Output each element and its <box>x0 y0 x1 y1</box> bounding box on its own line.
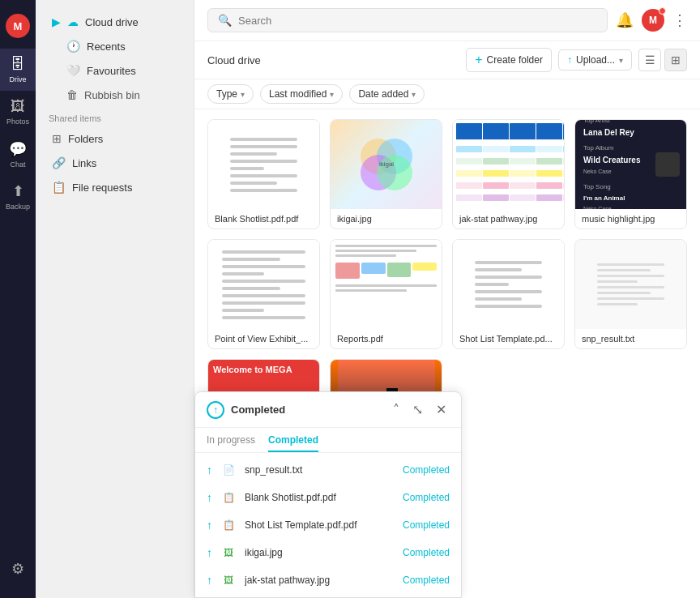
folders-icon: ⊞ <box>52 132 62 145</box>
upload-list-item: ↑ 🖼 ikigai.jpg Completed <box>195 539 461 566</box>
chevron-down-icon: ▾ <box>241 90 245 99</box>
upload-arrow-icon: ↑ <box>207 546 212 559</box>
list-item[interactable]: Shot List Template.pd... <box>452 239 565 349</box>
filter-date-label: Date added <box>358 88 408 100</box>
sidebar-item-rubbish-bin[interactable]: 🗑 Rubbish bin <box>39 83 190 107</box>
upload-status: Completed <box>403 464 450 476</box>
upload-circle-icon: ↑ <box>207 401 224 419</box>
drive-icon: 🗄 <box>11 56 25 73</box>
toolbar: Cloud drive + Create folder ↑ Upload... … <box>194 41 700 79</box>
sidebar: ▶ ☁ Cloud drive 🕐 Recents 🤍 Favourites 🗑… <box>36 0 194 598</box>
upload-label: Upload... <box>576 54 615 66</box>
upload-file-name: jak-stat pathway.jpg <box>245 575 395 586</box>
sidebar-item-backup[interactable]: ⬆ Backup <box>0 175 36 217</box>
list-item[interactable]: ikigai ikigai.jpg <box>330 119 442 229</box>
cloud-drive-label: Cloud drive <box>85 16 139 28</box>
sidebar-item-drive[interactable]: 🗄 Drive <box>0 49 36 91</box>
more-options-icon[interactable]: ⋮ <box>672 11 687 29</box>
list-item[interactable]: Point of View Exhibit_... <box>207 239 320 349</box>
upload-button[interactable]: ↑ Upload... ▾ <box>558 49 632 70</box>
chat-label: Chat <box>10 160 25 169</box>
file-icon-txt: 📄 <box>220 462 237 478</box>
toolbar-right: + Create folder ↑ Upload... ▾ ☰ ⊞ <box>466 48 687 72</box>
backup-label: Backup <box>6 203 30 211</box>
list-view-button[interactable]: ☰ <box>638 49 661 71</box>
file-name: jak-stat pathway.jpg <box>453 209 564 229</box>
chat-icon: 💬 <box>9 140 27 158</box>
list-item[interactable]: Top Artist Lana Del Rey Top Album Wild C… <box>574 119 687 229</box>
create-folder-button[interactable]: + Create folder <box>466 48 552 72</box>
sidebar-item-file-requests[interactable]: 📋 File requests <box>39 175 190 199</box>
sidebar-item-favourites[interactable]: 🤍 Favourites <box>39 58 190 83</box>
links-label: Links <box>72 157 96 169</box>
list-item[interactable]: Blank Shotlist.pdf.pdf <box>207 119 320 229</box>
upload-tabs: In progress Completed <box>195 428 461 453</box>
recents-icon: 🕐 <box>66 40 80 53</box>
search-input[interactable] <box>238 15 597 27</box>
sidebar-item-photos[interactable]: 🖼 Photos <box>0 91 36 133</box>
grid-view-button[interactable]: ⊞ <box>664 49 687 71</box>
bell-icon[interactable]: 🔔 <box>616 11 634 29</box>
expand-button[interactable]: ⤡ <box>409 400 426 419</box>
chevron-down-icon-3: ▾ <box>412 90 416 99</box>
upload-file-name: Shot List Template.pdf.pdf <box>245 519 395 531</box>
header-user-avatar[interactable]: M <box>642 9 664 32</box>
settings-button[interactable]: ⚙ <box>0 548 36 590</box>
folders-label: Folders <box>68 133 103 145</box>
file-name: snp_result.txt <box>575 329 686 348</box>
links-icon: 🔗 <box>52 156 66 169</box>
sidebar-item-chat[interactable]: 💬 Chat <box>0 133 36 175</box>
photos-label: Photos <box>6 117 29 126</box>
chevron-down-icon-2: ▾ <box>330 90 334 99</box>
chevron-right-icon: ▶ <box>52 15 61 28</box>
breadcrumb: Cloud drive <box>207 54 261 66</box>
tab-completed[interactable]: Completed <box>268 434 318 452</box>
list-item[interactable]: snp_result.txt <box>574 239 687 349</box>
upload-arrow-icon: ↑ <box>207 519 212 532</box>
file-name: Shot List Template.pd... <box>453 329 564 348</box>
filter-modified-button[interactable]: Last modified ▾ <box>260 84 343 104</box>
list-item[interactable]: Reports.pdf <box>330 239 442 349</box>
file-requests-icon: 📋 <box>52 181 66 194</box>
file-icon-pdf: 📋 <box>220 489 237 506</box>
file-icon-img: 🖼 <box>220 572 237 588</box>
upload-file-name: ikigai.jpg <box>245 547 395 558</box>
header-icons: 🔔 M ⋮ <box>616 9 687 32</box>
plus-icon: + <box>475 53 482 67</box>
sidebar-item-cloud-drive[interactable]: ▶ ☁ Cloud drive <box>39 10 190 34</box>
create-folder-label: Create folder <box>487 54 543 66</box>
upload-status: Completed <box>403 519 450 531</box>
trash-icon: 🗑 <box>66 88 78 101</box>
upload-panel: ↑ Completed ˄ ⤡ ✕ In progress Completed … <box>194 391 462 598</box>
close-button[interactable]: ✕ <box>433 400 450 419</box>
file-name: Reports.pdf <box>331 329 442 348</box>
filter-type-button[interactable]: Type ▾ <box>207 84 254 104</box>
list-item[interactable]: jak-stat pathway.jpg <box>452 119 565 229</box>
sidebar-item-folders[interactable]: ⊞ Folders <box>39 126 190 151</box>
upload-file-name: Blank Shotlist.pdf.pdf <box>245 492 395 503</box>
backup-icon: ⬆ <box>12 182 24 200</box>
search-bar[interactable]: 🔍 <box>207 8 608 32</box>
search-icon: 🔍 <box>218 14 232 27</box>
collapse-button[interactable]: ˄ <box>390 400 403 419</box>
view-toggle: ☰ ⊞ <box>638 49 687 71</box>
svg-text:ikigai: ikigai <box>378 160 393 168</box>
tab-in-progress[interactable]: In progress <box>207 434 255 452</box>
upload-file-name: snp_result.txt <box>245 464 395 476</box>
favourites-label: Favourites <box>87 65 136 77</box>
icon-bar-avatar: M <box>0 6 36 49</box>
upload-list-item: ↑ 📄 snp_result.txt Completed <box>195 456 461 484</box>
upload-chevron-icon: ▾ <box>619 56 623 65</box>
filter-type-label: Type <box>216 88 237 100</box>
drive-label: Drive <box>9 75 26 83</box>
upload-status: Completed <box>403 575 450 586</box>
upload-status: Completed <box>403 492 450 503</box>
sidebar-item-links[interactable]: 🔗 Links <box>39 151 190 175</box>
file-name: Blank Shotlist.pdf.pdf <box>208 209 319 229</box>
upload-list-item: ↑ 🖼 jak-stat pathway.jpg Completed <box>195 566 461 594</box>
filter-date-button[interactable]: Date added ▾ <box>349 84 425 104</box>
upload-list-item: ↑ 📋 Shot List Template.pdf.pdf Completed <box>195 511 461 539</box>
settings-icon: ⚙ <box>11 560 24 578</box>
sidebar-item-recents[interactable]: 🕐 Recents <box>39 34 190 58</box>
upload-arrow-icon: ↑ <box>207 463 212 476</box>
